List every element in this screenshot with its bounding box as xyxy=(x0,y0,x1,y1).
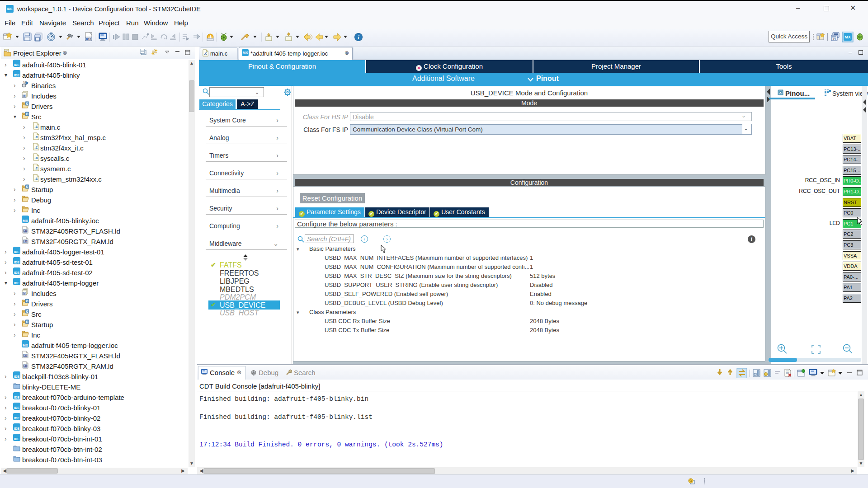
svg-text:C: C xyxy=(833,37,836,41)
svg-text:010: 010 xyxy=(86,38,91,41)
svg-text:MX: MX xyxy=(844,35,851,39)
svg-text:i: i xyxy=(358,34,359,41)
